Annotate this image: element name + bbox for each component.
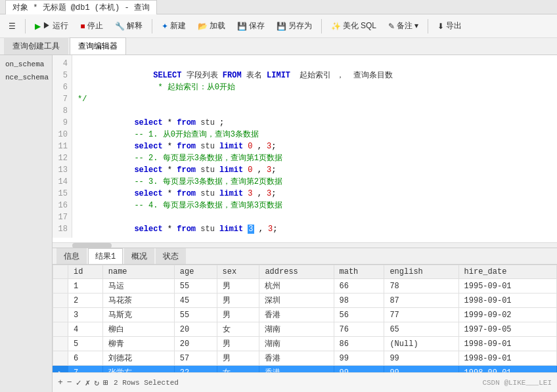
tab-status[interactable]: 状态 bbox=[156, 248, 186, 264]
content-area: 4 5 6 7 8 9 10 11 12 13 14 15 16 17 18 bbox=[53, 55, 557, 392]
comment-button[interactable]: ✎ 备注 ▾ bbox=[384, 18, 423, 34]
col-age[interactable]: age bbox=[174, 265, 217, 279]
cell-hire_date: 1998-09-01 bbox=[458, 366, 556, 373]
cell-age: 45 bbox=[174, 294, 217, 308]
cell-english: 99 bbox=[384, 351, 458, 366]
run-icon: ▶ bbox=[35, 22, 41, 31]
cell-math: 98 bbox=[334, 294, 384, 308]
run-button[interactable]: ▶ ▶ 运行 bbox=[30, 18, 73, 34]
cell-sex: 男 bbox=[217, 279, 259, 294]
col-name[interactable]: name bbox=[102, 265, 174, 279]
tab-overview[interactable]: 概况 bbox=[124, 248, 154, 264]
stop-button[interactable]: ■ 停止 bbox=[76, 18, 107, 34]
cell-sex: 男 bbox=[217, 308, 259, 322]
export-icon: ⬇ bbox=[437, 22, 444, 31]
table-row[interactable]: 3马斯克55男香港56771999-09-02 bbox=[53, 308, 557, 322]
cell-sex: 女 bbox=[217, 322, 259, 337]
col-id[interactable]: id bbox=[68, 265, 103, 279]
col-row-marker bbox=[53, 265, 68, 279]
cell-name: 柳白 bbox=[102, 322, 174, 337]
main-layout: on_schema nce_schema 4 5 6 7 8 9 10 11 1… bbox=[0, 55, 557, 392]
cell-address: 杭州 bbox=[259, 279, 334, 294]
delete-row-icon[interactable]: − bbox=[67, 378, 72, 387]
cell-age: 55 bbox=[174, 279, 217, 294]
horizontal-scrollbar[interactable] bbox=[53, 242, 557, 248]
save-button[interactable]: 💾 保存 bbox=[233, 18, 269, 34]
code-line-17: select * from stu limit 3 , 3; bbox=[78, 211, 552, 223]
cell-id: 2 bbox=[68, 294, 103, 308]
explain-button[interactable]: 🔧 解释 bbox=[110, 18, 147, 34]
table-row[interactable]: 6刘德花57男香港99991998-09-01 bbox=[53, 351, 557, 366]
row-marker bbox=[53, 337, 68, 351]
cell-hire_date: 1998-09-01 bbox=[458, 294, 556, 308]
tab-result1[interactable]: 结果1 bbox=[88, 248, 123, 264]
cell-name: 马花茶 bbox=[102, 294, 174, 308]
code-line-8: select * from stu ; bbox=[78, 105, 552, 117]
tab-info[interactable]: 信息 bbox=[56, 248, 87, 264]
table-row[interactable]: 5柳青20男湖南86(Null)1998-09-01 bbox=[53, 337, 557, 351]
status-actions: + − ✓ ✗ ↻ ⊞ bbox=[58, 378, 108, 388]
cell-name: 柳青 bbox=[102, 337, 174, 351]
beautify-button[interactable]: ✨ 美化 SQL bbox=[326, 18, 381, 34]
sidebar-item-nce-schema[interactable]: nce_schema bbox=[0, 71, 52, 84]
cell-math: 99 bbox=[334, 351, 384, 366]
cell-sex: 女 bbox=[217, 366, 259, 373]
status-bar: + − ✓ ✗ ↻ ⊞ 2 Rows Selected CSDN @LIKE__… bbox=[53, 372, 557, 392]
refresh-icon[interactable]: ↻ bbox=[94, 378, 99, 388]
load-button[interactable]: 📂 加载 bbox=[193, 18, 230, 34]
tab-query-builder[interactable]: 查询创建工具 bbox=[4, 37, 68, 54]
cell-name: 刘德花 bbox=[102, 351, 174, 366]
save-as-icon: 💾 bbox=[277, 22, 286, 31]
save-as-button[interactable]: 💾 另存为 bbox=[272, 18, 317, 34]
table-row[interactable]: 4柳白20女湖南76651997-09-05 bbox=[53, 322, 557, 337]
cell-name: 马运 bbox=[102, 279, 174, 294]
beautify-icon: ✨ bbox=[331, 22, 341, 31]
watermark: CSDN @LIKE___LEI bbox=[482, 379, 552, 387]
data-table-container: id name age sex address math english hir… bbox=[53, 265, 557, 372]
cell-math: 86 bbox=[334, 337, 384, 351]
result-tabs: 信息 结果1 概况 状态 bbox=[53, 248, 557, 265]
table-row[interactable]: 2马花茶45男深圳98871998-09-01 bbox=[53, 294, 557, 308]
cell-hire_date: 1998-09-01 bbox=[458, 351, 556, 366]
menu-button[interactable]: ☰ bbox=[4, 19, 20, 33]
col-address[interactable]: address bbox=[259, 265, 334, 279]
cancel-icon[interactable]: ✗ bbox=[85, 378, 90, 388]
code-editor[interactable]: 4 5 6 7 8 9 10 11 12 13 14 15 16 17 18 bbox=[53, 55, 557, 242]
cell-id: 4 bbox=[68, 322, 103, 337]
cell-english: 65 bbox=[384, 322, 458, 337]
col-hire-date[interactable]: hire_date bbox=[458, 265, 556, 279]
rows-selected-label: 2 Rows Selected bbox=[114, 379, 179, 387]
title-tab[interactable]: 对象 * 无标题 @db1 (本机) - 查询 bbox=[5, 0, 157, 14]
data-table: id name age sex address math english hir… bbox=[53, 265, 557, 372]
table-row[interactable]: 1马运55男杭州66781995-09-01 bbox=[53, 279, 557, 294]
toolbar: ☰ ▶ ▶ 运行 ■ 停止 🔧 解释 ✦ 新建 📂 加载 💾 保存 💾 另存为 … bbox=[0, 14, 557, 38]
cell-math: 99 bbox=[334, 366, 384, 373]
toolbar-separator-1 bbox=[25, 19, 26, 33]
export-button[interactable]: ⬇ 导出 bbox=[433, 18, 466, 34]
cell-english: 87 bbox=[384, 294, 458, 308]
cell-english: 77 bbox=[384, 308, 458, 322]
new-button[interactable]: ✦ 新建 bbox=[157, 18, 190, 34]
row-marker bbox=[53, 294, 68, 308]
cell-hire_date: 1999-09-02 bbox=[458, 308, 556, 322]
table-row[interactable]: ▶7张学右22女香港99991998-09-01 bbox=[53, 366, 557, 373]
col-english[interactable]: english bbox=[384, 265, 458, 279]
cell-age: 20 bbox=[174, 322, 217, 337]
tab-query-editor[interactable]: 查询编辑器 bbox=[70, 37, 126, 54]
cell-age: 55 bbox=[174, 308, 217, 322]
row-marker bbox=[53, 279, 68, 294]
code-line-4: SELECT 字段列表 FROM 表名 LIMIT 起始索引 ， 查询条目数 bbox=[78, 58, 552, 70]
sidebar-item-on-schema[interactable]: on_schema bbox=[0, 58, 52, 71]
cell-age: 57 bbox=[174, 351, 217, 366]
cell-sex: 男 bbox=[217, 337, 259, 351]
confirm-icon[interactable]: ✓ bbox=[76, 378, 81, 388]
row-marker: ▶ bbox=[53, 366, 68, 373]
cell-hire_date: 1998-09-01 bbox=[458, 337, 556, 351]
filter-icon[interactable]: ⊞ bbox=[103, 378, 108, 388]
col-math[interactable]: math bbox=[334, 265, 384, 279]
cell-english: 99 bbox=[384, 366, 458, 373]
explain-icon: 🔧 bbox=[115, 22, 125, 31]
col-sex[interactable]: sex bbox=[217, 265, 259, 279]
add-row-icon[interactable]: + bbox=[58, 378, 63, 387]
save-icon: 💾 bbox=[237, 22, 247, 31]
